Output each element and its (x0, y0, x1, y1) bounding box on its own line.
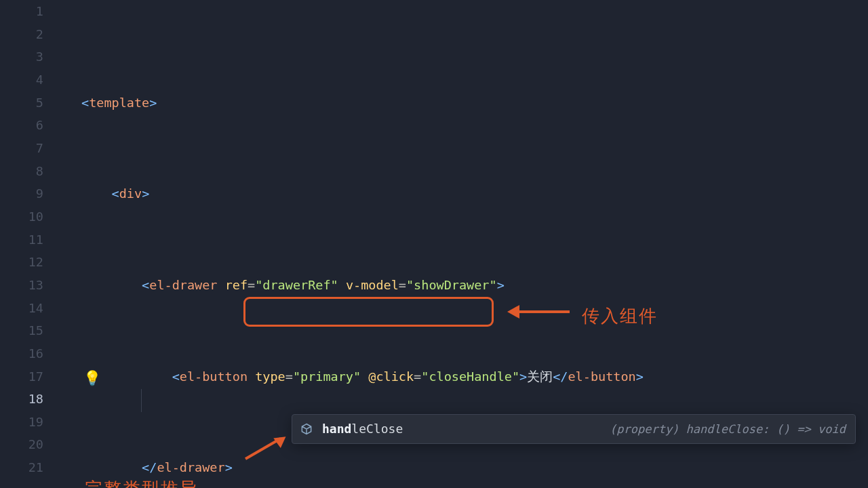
line-number: 11 (0, 228, 43, 251)
line-number: 7 (0, 137, 43, 160)
line-number: 2 (0, 23, 43, 46)
line-number: 16 (0, 342, 43, 365)
line-number: 10 (0, 205, 43, 228)
lightbulb-icon[interactable]: 💡 (83, 371, 101, 386)
line-number: 19 (0, 411, 43, 434)
indent-guide (141, 389, 142, 412)
intellisense-label: handleClose (322, 418, 403, 441)
line-number: 8 (0, 160, 43, 183)
code-line[interactable]: <div> (81, 182, 644, 205)
intellisense-item[interactable]: handleClose (property) handleClose: () =… (292, 415, 855, 443)
line-number: 1 (0, 0, 43, 23)
line-number: 5 (0, 92, 43, 115)
line-number: 6 (0, 114, 43, 137)
line-number: 21 (0, 456, 43, 479)
line-number: 9 (0, 182, 43, 205)
line-number: 17 (0, 365, 43, 388)
line-number: 3 (0, 45, 43, 68)
line-number-gutter: 1 2 3 4 5 6 7 8 9 10 11 12 13 14 15 16 1… (0, 0, 61, 488)
line-number: 15 (0, 319, 43, 342)
line-number: 20 (0, 433, 43, 456)
code-line[interactable]: <el-drawer ref="drawerRef" v-model="show… (81, 274, 644, 297)
intellisense-popup[interactable]: handleClose (property) handleClose: () =… (292, 414, 856, 444)
line-number: 14 (0, 297, 43, 320)
property-icon (299, 422, 314, 436)
annotation-label: 完整类型推导 (85, 473, 199, 488)
line-number: 4 (0, 68, 43, 92)
intellisense-hint: (property) handleClose: () => void (610, 419, 846, 440)
code-line[interactable]: <el-button type="primary" @click="closeH… (81, 365, 644, 388)
annotation-label: 传入组件 (582, 300, 658, 332)
line-number: 13 (0, 274, 43, 297)
line-number-active: 18 (0, 388, 43, 411)
code-line[interactable]: <template> (81, 92, 644, 115)
line-number: 12 (0, 251, 43, 274)
